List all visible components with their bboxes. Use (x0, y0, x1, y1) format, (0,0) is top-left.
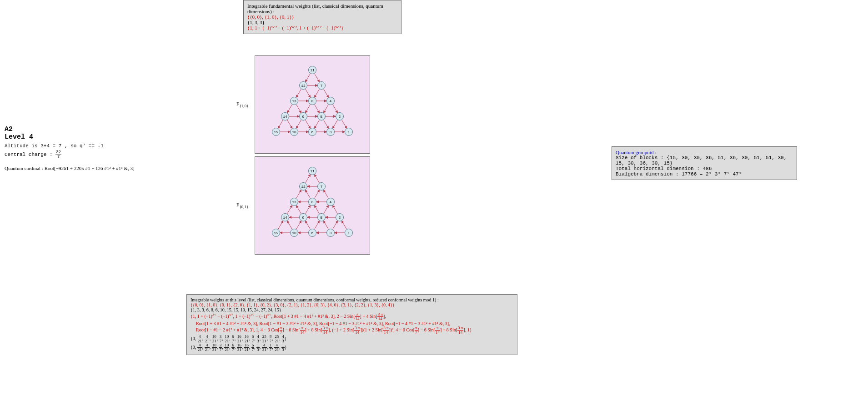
title-a2: A2 (5, 125, 186, 133)
graph-f10-label: F{1,0} (236, 101, 248, 108)
charge-label: Central charge : (5, 152, 55, 157)
node-14: 14 (281, 112, 289, 120)
svg-line-14 (333, 105, 338, 113)
quantum-cardinal: Quantum cardinal : Root[−9261 + 2205 #1 … (5, 165, 186, 171)
node-11: 11 (308, 167, 316, 175)
box-integrable-weights: Integrable weights at this level (list, … (186, 294, 517, 355)
node-5: 5 (317, 112, 326, 120)
fw-list: {{0, 0}, {1, 0}, {0, 1}} (247, 14, 397, 20)
qg-blocks: Size of blocks : {15, 30, 30, 36, 51, 36… (616, 155, 793, 166)
svg-line-6 (324, 89, 329, 97)
svg-line-33 (296, 190, 301, 198)
node-12: 12 (299, 81, 307, 90)
node-8: 8 (308, 97, 316, 105)
svg-line-31 (315, 175, 320, 183)
altitude-line: Altitude is 3+4 = 7 , so q⁷ == -1 (5, 143, 186, 149)
svg-line-39 (287, 205, 292, 214)
svg-line-23 (324, 120, 329, 128)
iw-quantum-line1: {1, 1 + (−1)2/7 − (−1)5/7, 1 + (−1)2/7 −… (191, 312, 513, 321)
node-2: 2 (336, 213, 344, 221)
svg-line-54 (333, 221, 338, 229)
graph-f01-label: F{0,1} (236, 202, 248, 209)
svg-line-9 (287, 105, 292, 113)
graph-column: F{1,0} 111271384149521510631 F{0,1} 1112… (255, 55, 370, 257)
svg-line-3 (296, 89, 301, 97)
iw-classical: {1, 3, 3, 6, 8, 6, 10, 15, 15, 10, 15, 2… (191, 307, 513, 312)
graph-f01: 111271384149521510631 (255, 156, 370, 255)
svg-line-48 (278, 221, 283, 229)
svg-line-20 (296, 120, 301, 128)
svg-line-10 (296, 105, 301, 113)
qg-bialgebra: Bialgebra dimension : 17766 = 2¹ 3³ 7¹ 4… (616, 171, 793, 177)
node-7: 7 (317, 182, 326, 190)
svg-line-22 (315, 120, 320, 128)
svg-line-43 (324, 205, 329, 214)
node-5: 5 (317, 213, 326, 221)
iw-header: Integrable weights at this level (list, … (191, 297, 513, 302)
node-2: 2 (336, 112, 344, 120)
node-13: 13 (290, 97, 298, 105)
node-15: 15 (272, 229, 280, 237)
svg-line-24 (333, 120, 338, 128)
node-14: 14 (281, 213, 289, 221)
svg-line-13 (324, 105, 329, 113)
node-10: 10 (290, 128, 298, 136)
svg-line-41 (306, 205, 311, 214)
node-9: 9 (299, 213, 307, 221)
svg-line-34 (306, 190, 311, 198)
graph-f10-wrap: F{1,0} 111271384149521510631 (255, 55, 370, 154)
iw-quantum-line3: Root[1 − #1 − 2 #1² + #1³ &, 3], 1, 4 − … (191, 326, 513, 335)
svg-line-19 (287, 120, 292, 128)
node-12: 12 (299, 182, 307, 190)
graph-f10: 111271384149521510631 (255, 55, 370, 154)
svg-line-40 (296, 205, 301, 214)
node-10: 10 (290, 229, 298, 237)
central-charge: Central charge : 327 (5, 150, 186, 159)
svg-line-35 (315, 190, 320, 198)
svg-line-11 (306, 105, 311, 113)
iw-conformal: {0, 421, 421, 1021, 37, 1021, 67, 1621, … (191, 335, 513, 343)
svg-line-52 (315, 221, 320, 229)
node-3: 3 (326, 229, 335, 237)
node-13: 13 (290, 198, 298, 206)
node-1: 1 (345, 229, 353, 237)
node-3: 3 (326, 128, 335, 136)
svg-line-44 (333, 205, 338, 214)
node-9: 9 (299, 112, 307, 120)
node-8: 8 (308, 198, 316, 206)
svg-line-18 (278, 120, 283, 128)
svg-line-5 (315, 89, 320, 97)
fw-header: Integrable fundamental weights (list, cl… (247, 3, 397, 14)
node-4: 4 (326, 97, 335, 105)
node-11: 11 (308, 66, 316, 74)
box-fundamental-weights: Integrable fundamental weights (list, cl… (243, 0, 401, 34)
node-6: 6 (308, 229, 316, 237)
svg-line-1 (315, 74, 320, 82)
svg-line-30 (306, 175, 311, 183)
graph-f01-wrap: F{0,1} 111271384149521510631 (255, 156, 370, 255)
svg-line-25 (342, 120, 347, 128)
iw-quantum-line2: Root[1 + 3 #1 − 4 #1² + #1³ &, 3], Root[… (191, 321, 513, 326)
svg-line-51 (306, 221, 311, 229)
title-level: Level 4 (5, 133, 186, 141)
svg-line-55 (342, 221, 347, 229)
svg-line-53 (324, 221, 329, 229)
fw-classical: {1, 3, 3} (247, 20, 397, 25)
iw-conformal-mod1: {0, 421, 421, 1021, 37, 1021, 67, 1621, … (191, 343, 513, 352)
node-1: 1 (345, 128, 353, 136)
qg-total: Total horizontal dimension : 486 (616, 166, 793, 171)
left-panel: A2 Level 4 Altitude is 3+4 = 7 , so q⁷ =… (5, 125, 186, 173)
svg-line-12 (315, 105, 320, 113)
node-15: 15 (272, 128, 280, 136)
charge-frac: 327 (55, 150, 61, 159)
box-quantum-groupoid: Quantum groupoid : Size of blocks : {15,… (612, 146, 797, 180)
svg-line-50 (296, 221, 301, 229)
svg-line-49 (287, 221, 292, 229)
fw-quantum: {1, 1 + (−1)²ᐟ⁷ − (−1)⁵ᐟ⁷, 1 + (−1)²ᐟ⁷ −… (247, 25, 397, 31)
svg-line-42 (315, 205, 320, 214)
svg-line-21 (306, 120, 311, 128)
svg-line-36 (324, 190, 329, 198)
iw-list: {{0, 0}, {1, 0}, {0, 1}, {2, 0}, {1, 1},… (191, 302, 513, 307)
svg-line-0 (306, 74, 311, 82)
node-6: 6 (308, 128, 316, 136)
